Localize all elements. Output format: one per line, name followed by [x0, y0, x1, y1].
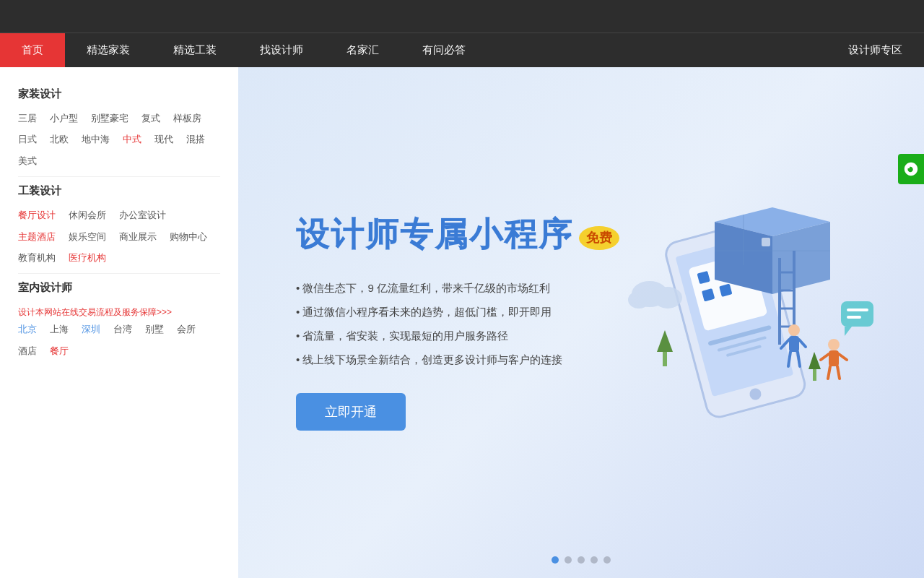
link-xiuxianhuisuo[interactable]: 休闲会所 [69, 207, 106, 223]
link-xiaohuxing[interactable]: 小户型 [50, 110, 78, 126]
bullet-4: 线上线下场景全新结合，创造更多设计师与客户的连接 [296, 348, 657, 371]
svg-marker-43 [808, 352, 821, 369]
svg-line-35 [828, 366, 830, 379]
banner-content: 设计师专属小程序 免费 微信生态下，9 亿流量红利，带来千亿级的市场红利 通过微… [296, 215, 657, 431]
link-bangongshi[interactable]: 办公室设计 [119, 207, 166, 223]
svg-point-25 [788, 324, 800, 336]
section-title-commercial: 工装设计 [18, 184, 220, 198]
bullet-2: 通过微信小程序看未来的趋势，超低门槛，即开即用 [296, 300, 657, 324]
nav-item-masters[interactable]: 名家汇 [325, 33, 401, 67]
divider-1 [18, 176, 220, 177]
bullet-3: 省流量，省安装，实现最短的用户服务路径 [296, 324, 657, 348]
link-xiandai[interactable]: 现代 [154, 131, 173, 147]
svg-rect-47 [847, 316, 861, 319]
dot-3[interactable] [578, 556, 585, 564]
banner-title: 设计师专属小程序 [296, 215, 573, 254]
svg-marker-45 [845, 327, 852, 336]
divider-2 [18, 273, 220, 274]
nav-spacer [487, 33, 827, 67]
link-gouwuzhongxin[interactable]: 购物中心 [170, 228, 207, 245]
svg-line-36 [837, 366, 840, 379]
link-yulekongjian[interactable]: 娱乐空间 [69, 228, 106, 245]
link-taiwan[interactable]: 台湾 [113, 321, 132, 337]
dot-2[interactable] [565, 556, 572, 564]
svg-rect-26 [789, 336, 799, 352]
link-jiaoyujigou[interactable]: 教育机构 [18, 249, 56, 266]
dot-5[interactable] [603, 556, 611, 564]
svg-line-28 [799, 340, 806, 347]
nav-item-find-designer[interactable]: 找设计师 [238, 33, 325, 67]
dot-4[interactable] [590, 556, 598, 564]
link-zhongshi[interactable]: 中式 [123, 131, 141, 147]
svg-line-34 [839, 354, 847, 360]
link-yiliaojigou[interactable]: 医疗机构 [69, 249, 106, 266]
link-beijing[interactable]: 北京 [18, 321, 37, 337]
link-hunda[interactable]: 混搭 [186, 131, 205, 147]
link-meishi[interactable]: 美式 [18, 152, 37, 169]
link-huisuo[interactable]: 会所 [177, 321, 196, 337]
main-nav: 首页 精选家装 精选工装 找设计师 名家汇 有问必答 设计师专区 [0, 33, 924, 67]
link-rishi[interactable]: 日式 [18, 131, 37, 147]
banner-bullets: 微信生态下，9 亿流量红利，带来千亿级的市场红利 通过微信小程序看未来的趋势，超… [296, 276, 657, 371]
dot-1[interactable] [552, 556, 559, 564]
section-title-designers: 室内设计师 [18, 281, 220, 295]
svg-rect-44 [841, 301, 873, 327]
banner-title-row: 设计师专属小程序 免费 [296, 215, 657, 262]
link-shenzhen[interactable]: 深圳 [82, 321, 100, 337]
svg-rect-32 [829, 350, 839, 366]
notice-link[interactable]: 设计本网站在线交易流程及服务保障>>> [18, 303, 220, 321]
designer-city-links: 北京 上海 深圳 台湾 别墅 会所 酒店 餐厅 [18, 321, 220, 359]
wechat-button[interactable] [898, 154, 924, 184]
top-bar [0, 0, 924, 33]
link-zhutijiudian[interactable]: 主题酒店 [18, 228, 56, 245]
link-beioui[interactable]: 北欧 [50, 131, 69, 147]
link-sanju[interactable]: 三居 [18, 110, 37, 126]
svg-line-33 [821, 354, 829, 360]
commercial-links: 餐厅设计 休闲会所 办公室设计 主题酒店 娱乐空间 商业展示 购物中心 教育机构… [18, 207, 220, 266]
svg-rect-18 [762, 238, 770, 246]
link-fushi[interactable]: 复式 [141, 110, 160, 126]
home-design-links: 三居 小户型 别墅豪宅 复式 样板房 日式 北欧 地中海 中式 现代 混搭 美式 [18, 110, 220, 169]
nav-item-qa[interactable]: 有问必答 [401, 33, 487, 67]
link-bieshuhaozhao[interactable]: 别墅豪宅 [91, 110, 128, 126]
svg-marker-41 [657, 330, 673, 352]
link-dizhonghai[interactable]: 地中海 [82, 131, 110, 147]
main-content: 家装设计 三居 小户型 别墅豪宅 复式 样板房 日式 北欧 地中海 中式 现代 … [0, 67, 924, 578]
svg-rect-40 [663, 352, 667, 366]
link-bieshu[interactable]: 别墅 [145, 321, 164, 337]
link-shanghai[interactable]: 上海 [50, 321, 69, 337]
svg-point-31 [828, 339, 840, 350]
nav-item-home[interactable]: 首页 [0, 33, 65, 67]
banner-badge: 免费 [579, 226, 619, 250]
banner: 设计师专属小程序 免费 微信生态下，9 亿流量红利，带来千亿级的市场红利 通过微… [238, 67, 924, 578]
link-yangbanfang[interactable]: 样板房 [173, 110, 201, 126]
nav-item-commercial[interactable]: 精选工装 [152, 33, 238, 67]
section-title-home-design: 家装设计 [18, 87, 220, 101]
nav-item-home-decor[interactable]: 精选家装 [65, 33, 152, 67]
link-canting[interactable]: 餐厅设计 [18, 207, 56, 223]
carousel-dots [552, 556, 611, 564]
dropdown-menu: 家装设计 三居 小户型 别墅豪宅 复式 样板房 日式 北欧 地中海 中式 现代 … [0, 67, 238, 578]
link-jiudian[interactable]: 酒店 [18, 342, 37, 359]
banner-cta-button[interactable]: 立即开通 [296, 393, 406, 431]
svg-rect-46 [847, 309, 868, 311]
bullet-1: 微信生态下，9 亿流量红利，带来千亿级的市场红利 [296, 276, 657, 300]
link-canting2[interactable]: 餐厅 [50, 342, 69, 359]
link-shangyezhanshi[interactable]: 商业展示 [119, 228, 157, 245]
svg-rect-42 [813, 369, 816, 381]
nav-item-designer-zone[interactable]: 设计师专区 [827, 33, 924, 67]
svg-point-38 [653, 287, 682, 309]
